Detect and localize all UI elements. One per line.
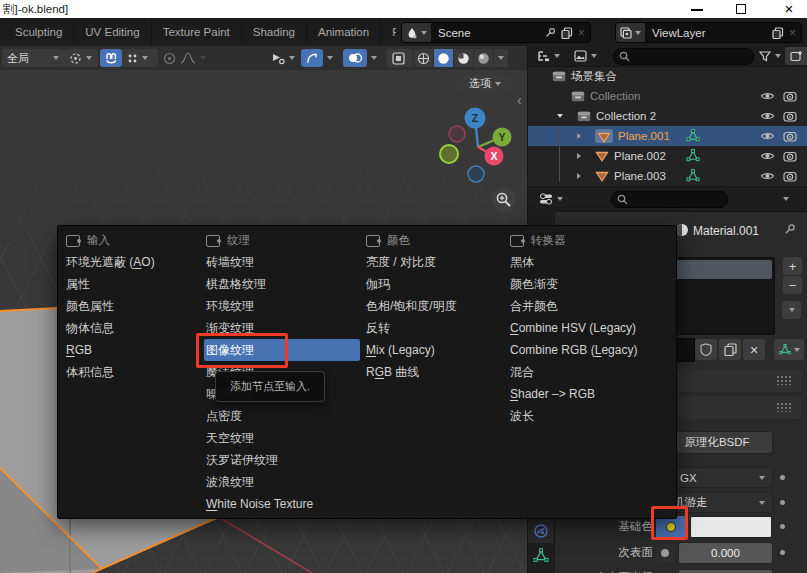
unlink-material-button[interactable]: × bbox=[743, 339, 765, 360]
outliner-search-input[interactable] bbox=[613, 48, 754, 65]
workspace-tab[interactable]: UV Editing bbox=[74, 21, 151, 45]
workspace-tab[interactable]: Animation bbox=[307, 21, 381, 45]
camera-visibility-icon[interactable] bbox=[783, 109, 797, 122]
camera-visibility-icon[interactable] bbox=[783, 169, 797, 182]
workspace-tab[interactable]: Texture Paint bbox=[152, 21, 242, 45]
distribution-dropdown[interactable]: GX bbox=[661, 467, 773, 488]
gizmos-toggle-button[interactable] bbox=[301, 49, 323, 67]
menu-item[interactable]: Mix (Legacy) bbox=[366, 339, 508, 361]
pin-icon[interactable] bbox=[545, 27, 556, 38]
axis-negy-ball[interactable] bbox=[440, 145, 458, 163]
viewlayer-name[interactable]: ViewLayer bbox=[645, 27, 772, 39]
menu-item[interactable]: RGB bbox=[66, 339, 206, 361]
tab-object-data-icon[interactable] bbox=[533, 548, 549, 563]
animate-dot[interactable] bbox=[780, 524, 785, 529]
subsurface-radius-field[interactable] bbox=[678, 569, 773, 573]
menu-item[interactable]: 黑体 bbox=[510, 251, 674, 273]
new-scene-icon[interactable] bbox=[561, 27, 573, 39]
animate-dot[interactable] bbox=[780, 550, 785, 555]
tab-material-icon[interactable] bbox=[533, 523, 549, 539]
outliner-item-label[interactable]: Collection bbox=[590, 90, 641, 102]
shading-material-button[interactable] bbox=[454, 49, 474, 67]
animate-dot[interactable] bbox=[780, 475, 785, 480]
menu-item[interactable]: 波长 bbox=[510, 405, 674, 427]
outliner-row[interactable]: Collection 2 bbox=[528, 106, 807, 126]
new-collection-button[interactable] bbox=[785, 47, 807, 65]
menu-item[interactable]: White Noise Texture bbox=[206, 493, 361, 515]
menu-item[interactable]: Combine HSV (Legacy) bbox=[510, 317, 674, 339]
transform-orientation-dropdown[interactable]: 全局 bbox=[2, 49, 64, 67]
outliner-row-scene-collection[interactable]: 场景集合 bbox=[528, 66, 807, 86]
viewlayer-browse-chip[interactable] bbox=[616, 23, 645, 42]
workspace-tab[interactable]: Renderi bbox=[381, 21, 396, 45]
shading-dropdown[interactable] bbox=[494, 49, 509, 67]
material-specials-button[interactable] bbox=[782, 301, 801, 319]
axis-negx-ball[interactable] bbox=[449, 126, 465, 142]
navigation-gizmo[interactable]: Z Y X bbox=[440, 108, 512, 183]
menu-item[interactable]: 伽玛 bbox=[366, 273, 508, 295]
pivot-point-dropdown[interactable] bbox=[64, 49, 98, 67]
subsurface-socket-button[interactable] bbox=[656, 543, 675, 563]
xray-toggle-button[interactable] bbox=[387, 49, 413, 67]
eye-icon[interactable] bbox=[760, 89, 775, 102]
editor-type-dropdown[interactable] bbox=[532, 47, 565, 65]
menu-item[interactable]: RGB 曲线 bbox=[366, 361, 508, 383]
outliner-row[interactable]: Plane.003 bbox=[528, 166, 807, 186]
camera-visibility-icon[interactable] bbox=[783, 129, 797, 142]
workspace-tab[interactable]: Shading bbox=[242, 21, 307, 45]
new-viewlayer-icon[interactable] bbox=[772, 27, 784, 39]
disclosure-triangle-icon[interactable] bbox=[557, 114, 563, 118]
disclosure-triangle-icon[interactable] bbox=[577, 133, 581, 139]
properties-options-dropdown[interactable] bbox=[778, 190, 794, 208]
eye-icon[interactable] bbox=[760, 169, 775, 182]
shading-solid-button[interactable] bbox=[434, 49, 454, 67]
disclosure-triangle-icon[interactable] bbox=[577, 153, 581, 159]
menu-item[interactable]: 砖墙纹理 bbox=[206, 251, 361, 273]
camera-visibility-icon[interactable] bbox=[783, 89, 797, 102]
close-button[interactable]: × bbox=[776, 0, 802, 18]
menu-item[interactable]: 颜色渐变 bbox=[510, 273, 674, 295]
eye-icon[interactable] bbox=[760, 149, 775, 162]
viewlayer-selector[interactable]: ViewLayer × bbox=[615, 22, 802, 43]
outliner-item-label[interactable]: Plane.001 bbox=[618, 130, 670, 142]
proportional-editing-group[interactable] bbox=[158, 49, 222, 67]
scene-browse-chip[interactable] bbox=[402, 23, 431, 42]
workspace-tab[interactable]: Sculpting bbox=[4, 21, 74, 45]
menu-item[interactable]: 混合 bbox=[510, 361, 674, 383]
axis-negz-ball[interactable] bbox=[468, 166, 484, 182]
menu-item[interactable]: 物体信息 bbox=[66, 317, 206, 339]
add-material-slot-button[interactable]: + bbox=[783, 257, 802, 275]
menu-item[interactable]: 棋盘格纹理 bbox=[206, 273, 361, 295]
camera-visibility-icon[interactable] bbox=[783, 149, 797, 162]
menu-item[interactable]: 体积信息 bbox=[66, 361, 206, 383]
menu-item[interactable]: 波浪纹理 bbox=[206, 471, 361, 493]
drag-handle-icon[interactable] bbox=[776, 402, 792, 412]
remove-material-slot-button[interactable]: − bbox=[783, 276, 802, 294]
properties-search-input[interactable] bbox=[611, 191, 728, 208]
maximize-button[interactable] bbox=[728, 0, 754, 18]
overlays-dropdown[interactable] bbox=[366, 49, 388, 67]
menu-item[interactable]: 环境光遮蔽 (AO) bbox=[66, 251, 206, 273]
viewport-zoom-button[interactable] bbox=[492, 188, 516, 212]
menu-item[interactable]: 环境纹理 bbox=[206, 295, 361, 317]
filter-dropdown[interactable] bbox=[754, 47, 786, 65]
animate-dot[interactable] bbox=[780, 500, 785, 505]
node-dropdown-button[interactable] bbox=[774, 339, 804, 360]
snap-target-dropdown[interactable] bbox=[122, 49, 158, 67]
menu-item[interactable]: Combine RGB (Legacy) bbox=[510, 339, 674, 361]
menu-item[interactable]: 点密度 bbox=[206, 405, 361, 427]
options-dropdown[interactable]: 选项 bbox=[458, 75, 512, 92]
menu-item[interactable]: 亮度 / 对比度 bbox=[366, 251, 508, 273]
overlays-toggle-button[interactable] bbox=[343, 49, 367, 67]
base-color-swatch[interactable] bbox=[690, 516, 772, 538]
menu-item[interactable]: 反转 bbox=[366, 317, 508, 339]
outliner-item-label[interactable]: Plane.003 bbox=[614, 170, 666, 182]
snap-toggle-button[interactable] bbox=[100, 49, 122, 67]
menu-item[interactable]: 合并颜色 bbox=[510, 295, 674, 317]
eye-icon[interactable] bbox=[760, 129, 775, 142]
pin-icon[interactable] bbox=[784, 223, 796, 235]
menu-item[interactable]: Shader –> RGB bbox=[510, 383, 674, 405]
outliner-row[interactable]: Plane.001 bbox=[528, 126, 807, 146]
fake-user-button[interactable] bbox=[695, 339, 717, 360]
scene-selector[interactable]: Scene × bbox=[401, 22, 591, 43]
